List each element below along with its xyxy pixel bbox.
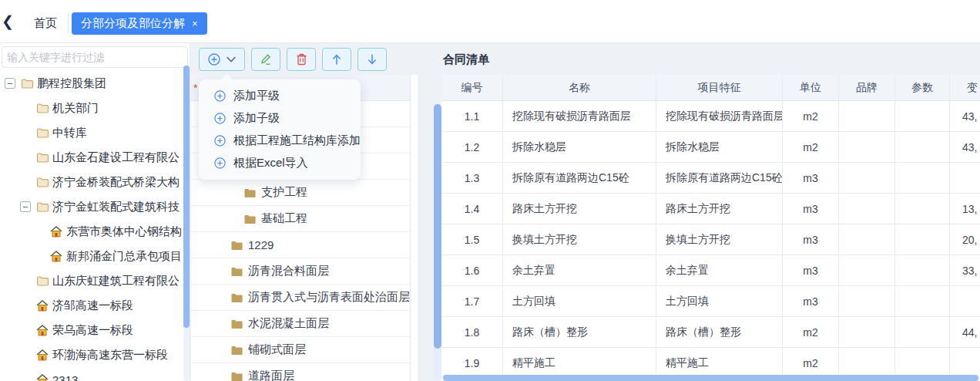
tree-item-label: 山东庆虹建筑工程有限公	[52, 274, 180, 288]
top-tab-bar: ❮ 首页 分部分项及部位分解 ×	[0, 0, 980, 43]
table-row[interactable]: 1.7土方回填土方回填m3	[441, 286, 980, 317]
table-cell: 1.3	[441, 163, 503, 194]
table-cell	[895, 101, 950, 132]
folder-icon	[230, 345, 243, 356]
table-horizontal-scrollbar-thumb[interactable]	[443, 375, 978, 381]
table-row[interactable]: 1.2拆除水稳层拆除水稳层m243,	[441, 132, 980, 163]
add-dropdown-button[interactable]	[199, 48, 245, 71]
add-dropdown-menu: 添加平级添加子级根据工程施工结构库添加根据Excel导入	[199, 79, 361, 180]
work-item-label: 沥青混合料面层	[248, 264, 329, 278]
table-vertical-scrollbar-thumb[interactable]	[434, 104, 441, 349]
tab-active-decomposition[interactable]: 分部分项及部位分解 ×	[72, 12, 207, 35]
org-tree-sidebar: 鹏程控股集团机关部门中转库山东金石建设工程有限公济宁金桥装配式桥梁大构济宁金虹装…	[0, 43, 190, 381]
table-row[interactable]: 1.4路床土方开挖路床土方开挖m313,	[441, 194, 980, 224]
table-cell: 挖除现有破损沥青路面层	[656, 101, 783, 132]
table-body: 1.1挖除现有破损沥青路面层挖除现有破损沥青路面层m243,1.2拆除水稳层拆除…	[441, 101, 980, 379]
sidebar-tree-item[interactable]: 新邦涌金门总承包项目	[0, 244, 190, 268]
tree-item-label: 环渤海高速东营一标段	[52, 348, 168, 362]
work-item-label: 基础工程	[261, 211, 307, 226]
table-cell: 路床土方开挖	[656, 194, 783, 224]
table-row[interactable]: 1.3拆除原有道路两边C15砼拆除原有道路两边C15砼m33	[441, 163, 980, 194]
table-cell: 44,	[950, 317, 980, 348]
table-cell: 1.4	[441, 194, 503, 224]
folder-icon	[230, 319, 243, 329]
folder-icon	[20, 78, 34, 89]
folder-icon	[35, 103, 49, 113]
edit-button[interactable]	[251, 48, 280, 71]
table-cell	[839, 194, 895, 224]
sidebar-tree-item[interactable]: 山东金石建设工程有限公	[0, 145, 190, 170]
tree-filter-input[interactable]	[2, 46, 188, 68]
contract-list-table: 编号名称项目特征单位品牌参数变 1.1挖除现有破损沥青路面层挖除现有破损沥青路面…	[441, 75, 980, 381]
back-chevron-icon[interactable]: ❮	[2, 13, 15, 30]
work-breakdown-row[interactable]: 支护工程	[191, 180, 410, 206]
folder-icon	[35, 152, 49, 163]
table-row[interactable]: 1.1挖除现有破损沥青路面层挖除现有破损沥青路面层m243,	[441, 101, 980, 132]
table-row[interactable]: 1.8路床（槽）整形路床（槽）整形m244,	[441, 317, 980, 348]
sidebar-tree-item[interactable]: 中转库	[0, 120, 190, 145]
work-breakdown-row[interactable]: 沥青混合料面层	[191, 258, 410, 285]
table-cell: 换填土方开挖	[503, 224, 656, 255]
sidebar-tree-item[interactable]: 东营市奥体中心钢结构	[0, 219, 190, 244]
trash-icon	[296, 53, 307, 66]
column-header: 单位	[783, 75, 839, 101]
plus-circle-icon	[214, 135, 226, 147]
column-header: 参数	[895, 75, 950, 101]
sidebar-tree-item[interactable]: 环渤海高速东营一标段	[0, 342, 190, 367]
table-cell: 拆除原有道路两边C15砼	[656, 163, 783, 194]
table-cell	[839, 132, 895, 163]
tab-home[interactable]: 首页	[23, 12, 68, 34]
dropdown-item[interactable]: 添加子级	[199, 107, 361, 130]
work-breakdown-row[interactable]: 铺砌式面层	[191, 337, 410, 363]
table-cell	[895, 224, 950, 255]
sidebar-tree-item[interactable]: 2313	[0, 367, 190, 381]
tree-item-label: 山东金石建设工程有限公	[52, 150, 180, 165]
folder-icon	[243, 187, 257, 198]
sidebar-tree-item[interactable]: 山东庆虹建筑工程有限公	[0, 268, 190, 293]
work-breakdown-row[interactable]: 水泥混凝土面层	[191, 311, 410, 337]
tab-divider	[68, 13, 69, 33]
collapse-minus-icon[interactable]	[5, 78, 15, 89]
move-down-button[interactable]	[357, 48, 387, 71]
work-breakdown-row[interactable]: 基础工程	[191, 206, 410, 232]
table-cell: 1.2	[441, 132, 503, 163]
table-cell: 1.7	[441, 286, 503, 317]
table-row[interactable]: 1.6余土弃置余土弃置m333,	[441, 255, 980, 286]
work-breakdown-row[interactable]: 沥青贯入式与沥青表面处治面层	[191, 285, 410, 311]
table-row[interactable]: 1.9精平施工精平施工m2	[441, 348, 980, 379]
folder-icon	[230, 266, 243, 277]
table-cell: m2	[783, 132, 839, 163]
table-cell	[839, 163, 895, 194]
table-cell: 土方回填	[503, 286, 656, 317]
tab-close-icon[interactable]: ×	[192, 19, 198, 29]
delete-button[interactable]	[287, 48, 316, 71]
dropdown-item[interactable]: 根据Excel导入	[199, 152, 361, 174]
sidebar-tree-item[interactable]: 机关部门	[0, 96, 190, 120]
table-cell: m2	[783, 348, 839, 379]
sidebar-tree-item[interactable]: 荣乌高速一标段	[0, 318, 190, 342]
table-cell: 拆除水稳层	[656, 132, 783, 163]
tree-item-label: 荣乌高速一标段	[52, 323, 133, 338]
folder-icon	[230, 292, 243, 303]
table-cell: 拆除水稳层	[503, 132, 656, 163]
dropdown-item[interactable]: 添加平级	[199, 85, 361, 107]
table-cell	[895, 132, 950, 163]
table-cell	[839, 348, 895, 379]
work-item-label: 道路面层	[248, 369, 294, 381]
pencil-icon	[260, 53, 272, 66]
table-header-row: 编号名称项目特征单位品牌参数变	[441, 75, 980, 101]
table-row[interactable]: 1.5换填土方开挖换填土方开挖m320,	[441, 224, 980, 255]
collapse-minus-icon[interactable]	[20, 201, 31, 212]
sidebar-tree-item[interactable]: 济邹高速一标段	[0, 293, 190, 318]
sidebar-scrollbar-thumb[interactable]	[183, 66, 190, 328]
sidebar-tree-item[interactable]: 济宁金虹装配式建筑科技	[0, 194, 190, 219]
tree-item-label: 济邹高速一标段	[52, 298, 133, 313]
dropdown-item[interactable]: 根据工程施工结构库添加	[199, 130, 361, 152]
move-up-button[interactable]	[322, 48, 351, 71]
table-cell	[895, 286, 950, 317]
table-cell: m3	[783, 163, 839, 194]
sidebar-tree-item[interactable]: 鹏程控股集团	[0, 71, 190, 96]
work-breakdown-row[interactable]: 道路面层	[191, 363, 410, 381]
sidebar-tree-item[interactable]: 济宁金桥装配式桥梁大构	[0, 170, 190, 194]
work-breakdown-row[interactable]: 1229	[191, 232, 410, 258]
